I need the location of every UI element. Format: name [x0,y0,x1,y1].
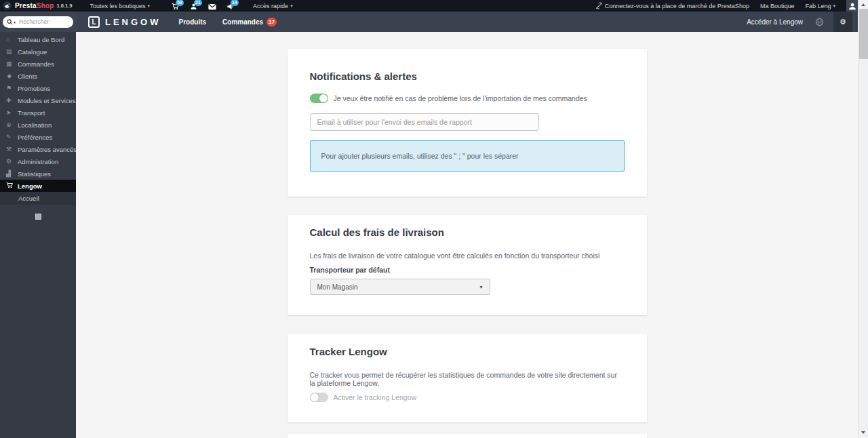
sidebar-item-localisation[interactable]: ⊕Localisation [0,119,76,131]
marketplace-label: Connectez-vous à la place de marché de P… [605,3,749,9]
nav-produits-label: Produits [179,18,207,26]
people-icon: ☻ [6,73,18,79]
sidebar-item-label: Clients [18,73,37,80]
bar-chart-icon: ▟ [6,170,18,177]
sidebar-item-modules-et-services[interactable]: ✚Modules et Services [0,94,76,106]
sidebar-item-preferences[interactable]: ✎Préférences [0,131,76,143]
customers-notifications-button[interactable]: 21 [189,0,199,12]
brand-shop: Shop [37,2,54,9]
book-icon: ▤ [6,48,18,55]
puzzle-icon: ✚ [6,97,18,104]
nav-commandes[interactable]: Commandes 17 [222,18,277,26]
sidebar-item-transport[interactable]: ➤Transport [0,106,76,119]
gear-icon: ⚙ [6,158,18,165]
search-input[interactable] [19,18,61,25]
notify-import-toggle[interactable] [310,94,328,103]
marketplace-link[interactable]: Connectez-vous à la place de marché de P… [595,2,749,9]
scroll-down-button[interactable] [859,428,868,437]
nav-commandes-label: Commandes [222,18,263,26]
vertical-scrollbar[interactable] [858,0,868,438]
version-label: 1.6.1.9 [57,3,73,9]
sidebar-item-label: Lengow [18,182,42,190]
sidebar-item-tableau-de-bord[interactable]: ⌂Tableau de Bord [0,33,76,45]
language-globe-button[interactable] [815,18,824,26]
notify-import-label: Je veux être notifié en cas de problème … [334,94,587,102]
sidebar-item-parametres-avances[interactable]: ⚒Paramètres avancés [0,143,76,155]
shipping-card: Calcul des frais de livraison Les frais … [288,215,647,315]
report-email-input[interactable] [310,113,539,131]
sidebar-item-label: Statistiques [18,170,51,178]
sidebar-subitem-label: Accueil [18,195,39,202]
tracking-toggle-label: Activer le tracking Lengow [334,393,417,401]
sidebar-item-label: Catalogue [18,48,47,56]
alerts-count-badge: 14 [231,0,239,6]
access-lengow-link[interactable]: Accéder à Lengow [747,18,803,26]
sidebar-item-commandes[interactable]: ▦Commandes [0,58,76,70]
my-shop-link[interactable]: Ma Boutique [760,3,795,9]
tracker-title: Tracker Lengow [310,346,625,357]
messages-button[interactable] [207,0,217,12]
user-name-label: Fab Leng [805,3,831,9]
sidebar-item-clients[interactable]: ☻Clients [0,70,76,82]
sidebar-item-statistiques[interactable]: ▟Statistiques [0,167,76,180]
wrench-icon: ✎ [6,134,18,140]
quick-access-label: Accès rapide [253,3,288,9]
truck-icon: ➤ [6,109,18,116]
sidebar-item-label: Transport [18,109,45,117]
sidebar-item-label: Promotions [18,85,50,92]
next-section-card [288,434,647,438]
sidebar-item-promotions[interactable]: ⚑Promotions [0,82,76,94]
search-zone: ▾ [0,12,76,32]
sidebar-item-administration[interactable]: ⚙Administration [0,155,76,167]
sidebar-subitem-accueil[interactable]: Accueil [0,192,76,205]
quick-access-dropdown[interactable]: Accès rapide▾ [253,3,293,9]
search-box[interactable]: ▾ [3,16,73,28]
toggle-knob [311,393,319,401]
user-menu-dropdown[interactable]: Fab Leng▾ [805,3,835,9]
sidebar-collapse-button[interactable] [35,214,41,220]
notification-icons: 53 21 14 [170,0,243,12]
brand-wordmark: PrestaShop [15,2,54,9]
module-settings-button[interactable]: ⚙ [833,12,852,32]
user-avatar[interactable] [846,0,858,12]
toggle-knob [319,94,328,102]
lengow-brand-name: LENGOW [105,17,161,27]
sidebar-item-label: Préférences [18,134,52,141]
lengow-logo-icon: L [88,16,100,28]
credit-card-icon: ▦ [6,60,18,67]
chevron-down-icon: ▾ [148,3,151,9]
scrollbar-thumb[interactable] [859,9,868,59]
email-info-alert: Pour ajouter plusieurs emails, utilisez … [310,140,625,172]
cogs-icon: ⚒ [6,146,18,153]
dashboard-icon: ⌂ [6,36,18,43]
cart-count-badge: 53 [176,0,184,6]
tag-icon: ⚑ [6,85,18,92]
alerts-button[interactable]: 14 [225,0,235,12]
carrier-label: Transporteur par défaut [310,266,625,274]
sidebar-item-label: Tableau de Bord [18,36,64,43]
sidebar-item-label: Commandes [18,60,54,68]
avatar-person-icon [848,2,856,10]
tracker-description: Ce tracker vous permet de récupérer les … [310,371,625,387]
prestashop-logo-icon[interactable] [3,1,12,10]
shipping-title: Calcul des frais de livraison [310,227,625,238]
all-shops-dropdown[interactable]: Toutes les boutiques▾ [90,3,151,9]
scroll-up-button[interactable] [859,0,868,9]
topbar: PrestaShop 1.6.1.9 Toutes les boutiques▾… [0,0,858,12]
shipping-description: Les frais de livraison de votre catalogu… [310,252,625,260]
main-content: Notifications & alertes Je veux être not… [76,32,858,438]
globe-icon: ⊕ [6,121,18,128]
search-scope-caret-icon[interactable]: ▾ [14,20,16,24]
sidebar-item-lengow[interactable]: Lengow [0,180,76,192]
commandes-count-badge: 17 [267,18,277,26]
sidebar-item-catalogue[interactable]: ▤Catalogue [0,45,76,58]
chevron-down-icon: ▾ [479,284,482,290]
lengow-logo[interactable]: L LENGOW [88,16,161,28]
nav-produits[interactable]: Produits [179,18,207,26]
envelope-icon [208,3,216,10]
unlink-icon [595,2,603,9]
chevron-down-icon: ▾ [290,3,293,9]
cart-notifications-button[interactable]: 53 [170,0,180,12]
default-carrier-select[interactable]: Mon Magasin ▾ [310,279,490,295]
tracking-toggle[interactable] [310,393,328,402]
